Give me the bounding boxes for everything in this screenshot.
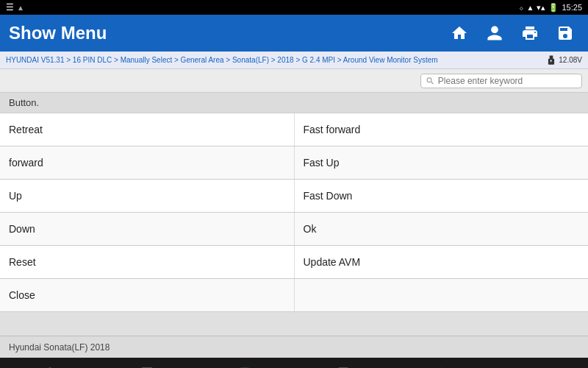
table-cell-left: Close (0, 279, 295, 311)
table-row[interactable]: UpFast Down (0, 180, 588, 213)
table-row[interactable]: forwardFast Up (0, 146, 588, 180)
table-cell-left: forward (0, 146, 295, 179)
header: Show Menu (0, 15, 588, 52)
table-cell-right (295, 279, 589, 311)
breadcrumb-bar: HYUNDAI V51.31 > 16 PIN DLC > Manually S… (0, 52, 588, 69)
bluetooth-icon: ⬦ (519, 3, 524, 12)
breadcrumb-text: HYUNDAI V51.31 > 16 PIN DLC > Manually S… (6, 56, 438, 64)
search-icon (426, 76, 435, 86)
page-title: Show Menu (9, 23, 438, 43)
save-button[interactable] (551, 19, 579, 47)
battery-icon: 🔋 (548, 3, 559, 13)
table-row[interactable]: Close (0, 279, 588, 312)
table-cell-right: Fast forward (295, 113, 589, 146)
voltage-display: 12.08V (546, 55, 582, 66)
print-button[interactable] (516, 19, 544, 47)
android-logo: ▲ (17, 4, 24, 12)
table-cell-left: Down (0, 213, 295, 245)
table-cell-left: Retreat (0, 113, 295, 146)
nav-bar (0, 358, 588, 368)
status-bar-left: ☰ ▲ (6, 2, 24, 13)
nav-printer-button[interactable] (232, 361, 258, 368)
nav-back-button[interactable] (526, 361, 552, 368)
table-row[interactable]: RetreatFast forward (0, 113, 588, 146)
table-body: RetreatFast forwardforwardFast UpUpFast … (0, 113, 588, 312)
table-cell-left: Up (0, 180, 295, 212)
status-bar: ☰ ▲ ⬦ ▲ ▾▴ 🔋 15:25 (0, 0, 588, 15)
main-content: Button. RetreatFast forwardforwardFast U… (0, 93, 588, 336)
search-input[interactable] (438, 76, 577, 86)
nav-recent-button[interactable] (36, 361, 62, 368)
signal-icon: ▲ (527, 4, 534, 12)
nav-home-button[interactable] (428, 361, 454, 368)
vehicle-info: Hyundai Sonata(LF) 2018 (9, 342, 110, 353)
search-wrapper[interactable] (420, 74, 582, 88)
table-cell-right: Ok (295, 213, 589, 245)
status-bar-right: ⬦ ▲ ▾▴ 🔋 15:25 (519, 3, 582, 13)
voltage-value: 12.08V (559, 56, 582, 64)
android-icon: ☰ (6, 2, 14, 13)
nav-square-button[interactable] (330, 361, 356, 368)
search-bar (0, 69, 588, 93)
table-cell-right: Fast Down (295, 180, 589, 212)
table-header: Button. (0, 93, 588, 113)
nav-image-button[interactable] (134, 361, 160, 368)
table-row[interactable]: ResetUpdate AVM (0, 246, 588, 279)
table-row[interactable]: DownOk (0, 213, 588, 246)
table-cell-right: Update AVM (295, 246, 589, 278)
time-display: 15:25 (562, 3, 582, 12)
footer-info: Hyundai Sonata(LF) 2018 (0, 336, 588, 358)
user-button[interactable] (481, 19, 509, 47)
wifi-icon: ▾▴ (537, 3, 545, 13)
table-cell-right: Fast Up (295, 146, 589, 179)
home-button[interactable] (445, 19, 473, 47)
table-cell-left: Reset (0, 246, 295, 278)
